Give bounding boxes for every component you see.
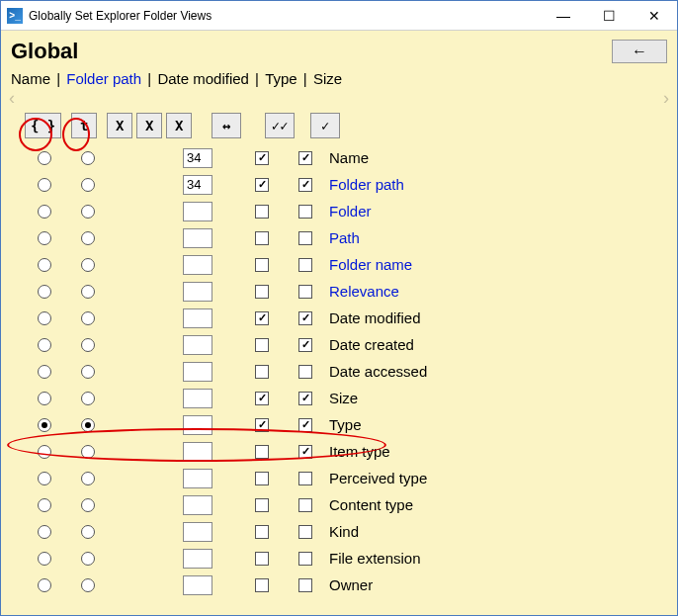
group-by-radio[interactable]	[38, 258, 51, 272]
show-column-checkbox[interactable]	[255, 392, 269, 405]
maximize-button[interactable]: ☐	[586, 1, 632, 30]
width-input[interactable]	[183, 308, 212, 328]
t-button[interactable]: t	[71, 113, 97, 138]
show-column-checkbox[interactable]	[255, 338, 269, 352]
sort-by-radio[interactable]	[81, 178, 95, 192]
show-column-checkbox[interactable]	[255, 498, 269, 512]
enable-column-checkbox[interactable]	[298, 311, 312, 325]
enable-column-checkbox[interactable]	[298, 552, 312, 566]
width-input[interactable]	[183, 148, 212, 168]
width-input[interactable]	[183, 442, 212, 462]
group-by-radio[interactable]	[38, 285, 51, 299]
sort-by-radio[interactable]	[81, 472, 95, 485]
sort-by-radio[interactable]	[81, 151, 95, 165]
back-button[interactable]: ←	[612, 40, 667, 63]
scroll-right-icon[interactable]: ›	[663, 91, 669, 109]
sort-by-radio[interactable]	[81, 418, 95, 432]
enable-column-checkbox[interactable]	[298, 258, 312, 272]
minimize-button[interactable]: —	[541, 1, 586, 30]
column-name-label[interactable]: Relevance	[325, 283, 677, 300]
width-input[interactable]	[183, 175, 212, 195]
show-column-checkbox[interactable]	[255, 365, 269, 379]
enable-column-checkbox[interactable]	[298, 472, 312, 485]
width-input[interactable]	[183, 495, 212, 515]
column-name-label[interactable]: Path	[325, 229, 677, 246]
enable-column-checkbox[interactable]	[298, 578, 312, 592]
group-by-radio[interactable]	[38, 445, 51, 459]
show-column-checkbox[interactable]	[255, 472, 269, 485]
sort-by-radio[interactable]	[81, 498, 95, 512]
enable-column-checkbox[interactable]	[298, 445, 312, 459]
enable-column-checkbox[interactable]	[298, 151, 312, 165]
width-input[interactable]	[183, 575, 212, 595]
width-input[interactable]	[183, 255, 212, 275]
width-input[interactable]	[183, 202, 212, 221]
group-by-radio[interactable]	[38, 205, 51, 219]
show-column-checkbox[interactable]	[255, 285, 269, 299]
x-button-3[interactable]: X	[166, 113, 192, 138]
x-button-2[interactable]: X	[136, 113, 162, 138]
enable-column-checkbox[interactable]	[298, 205, 312, 219]
width-input[interactable]	[183, 469, 212, 488]
show-column-checkbox[interactable]	[255, 418, 269, 432]
show-column-checkbox[interactable]	[255, 178, 269, 192]
show-column-checkbox[interactable]	[255, 231, 269, 245]
sort-by-radio[interactable]	[81, 578, 95, 592]
sort-by-radio[interactable]	[81, 392, 95, 405]
enable-column-checkbox[interactable]	[298, 418, 312, 432]
enable-column-checkbox[interactable]	[298, 525, 312, 539]
show-column-checkbox[interactable]	[255, 525, 269, 539]
group-by-radio[interactable]	[38, 365, 51, 379]
x-button-1[interactable]: X	[107, 113, 132, 138]
sort-by-radio[interactable]	[81, 311, 95, 325]
width-input[interactable]	[183, 362, 212, 382]
width-input[interactable]	[183, 389, 212, 408]
column-name-label[interactable]: Folder name	[325, 256, 677, 273]
enable-column-checkbox[interactable]	[298, 392, 312, 405]
enable-column-checkbox[interactable]	[298, 338, 312, 352]
group-by-radio[interactable]	[38, 525, 51, 539]
sort-by-radio[interactable]	[81, 365, 95, 379]
show-column-checkbox[interactable]	[255, 258, 269, 272]
enable-column-checkbox[interactable]	[298, 178, 312, 192]
group-by-radio[interactable]	[38, 231, 51, 245]
braces-button[interactable]: { }	[25, 113, 61, 138]
show-column-checkbox[interactable]	[255, 552, 269, 566]
sort-by-radio[interactable]	[81, 338, 95, 352]
enable-column-checkbox[interactable]	[298, 231, 312, 245]
close-button[interactable]: ✕	[632, 1, 677, 30]
sort-by-radio[interactable]	[81, 552, 95, 566]
sort-by-radio[interactable]	[81, 445, 95, 459]
sort-by-radio[interactable]	[81, 205, 95, 219]
column-name-label[interactable]: Folder path	[325, 176, 677, 193]
group-by-radio[interactable]	[38, 338, 51, 352]
width-input[interactable]	[183, 522, 212, 542]
double-check-button[interactable]: ✓✓	[265, 113, 295, 138]
group-by-radio[interactable]	[38, 552, 51, 566]
group-by-radio[interactable]	[38, 178, 51, 192]
column-name-label[interactable]: Folder	[325, 203, 677, 220]
sort-by-radio[interactable]	[81, 525, 95, 539]
group-by-radio[interactable]	[38, 151, 51, 165]
show-column-checkbox[interactable]	[255, 445, 269, 459]
enable-column-checkbox[interactable]	[298, 365, 312, 379]
scroll-left-icon[interactable]: ‹	[9, 91, 15, 109]
enable-column-checkbox[interactable]	[298, 285, 312, 299]
breadcrumb-item[interactable]: Folder path	[66, 70, 141, 87]
single-check-button[interactable]: ✓	[310, 113, 340, 138]
width-arrows-button[interactable]: ↔	[212, 113, 241, 138]
sort-by-radio[interactable]	[81, 285, 95, 299]
group-by-radio[interactable]	[38, 498, 51, 512]
enable-column-checkbox[interactable]	[298, 498, 312, 512]
width-input[interactable]	[183, 415, 212, 435]
sort-by-radio[interactable]	[81, 258, 95, 272]
group-by-radio[interactable]	[38, 472, 51, 485]
show-column-checkbox[interactable]	[255, 205, 269, 219]
show-column-checkbox[interactable]	[255, 578, 269, 592]
width-input[interactable]	[183, 335, 212, 355]
group-by-radio[interactable]	[38, 392, 51, 405]
group-by-radio[interactable]	[38, 578, 51, 592]
width-input[interactable]	[183, 228, 212, 248]
sort-by-radio[interactable]	[81, 231, 95, 245]
group-by-radio[interactable]	[38, 311, 51, 325]
